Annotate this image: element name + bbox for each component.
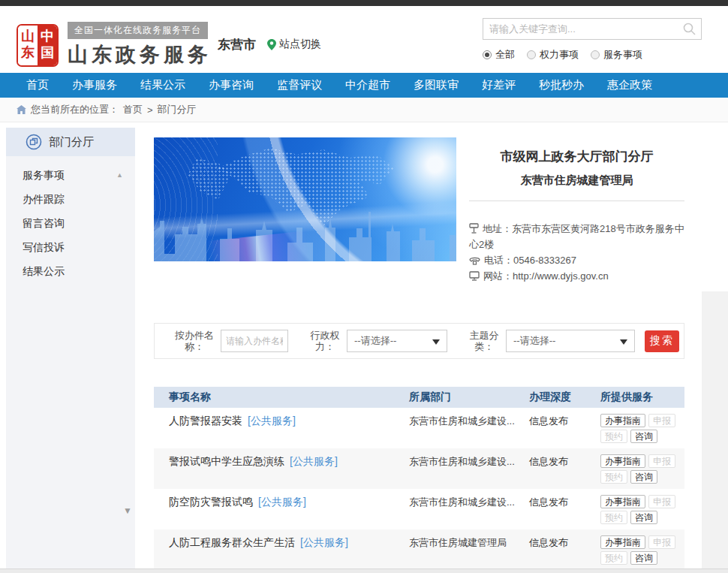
depth-cell: 信息发布 bbox=[529, 414, 600, 428]
radio-all[interactable]: 全部 bbox=[483, 48, 515, 62]
depth-cell: 信息发布 bbox=[529, 495, 600, 509]
seal-char: 中 bbox=[41, 29, 54, 45]
col-department: 所属部门 bbox=[409, 391, 529, 404]
guide-button[interactable]: 办事指南 bbox=[600, 535, 645, 549]
website-text[interactable]: 网站：http://www.dyjs.gov.cn bbox=[483, 270, 609, 282]
address-icon bbox=[469, 223, 479, 234]
item-name-label: 按办件名称： bbox=[173, 330, 216, 352]
services-cell: 办事指南申报预约咨询 bbox=[600, 535, 684, 567]
main-content: 市级网上政务大厅部门分厅 东营市住房城建管理局 地址：东营市东营区黄河路218号… bbox=[154, 137, 684, 573]
power-type-select[interactable]: --请选择-- bbox=[347, 330, 447, 352]
public-service-tag[interactable]: [公共服务] bbox=[300, 536, 348, 548]
scroll-down-icon[interactable]: ▼ bbox=[123, 505, 132, 516]
nav-home[interactable]: 首页 bbox=[26, 78, 49, 92]
sidebar-item-results[interactable]: 结果公示 bbox=[6, 259, 135, 283]
page-gutter bbox=[702, 291, 728, 568]
main-nav: 首页 办事服务 结果公示 办事咨询 监督评议 中介超市 多图联审 好差评 秒批秒… bbox=[0, 73, 728, 98]
apply-button: 申报 bbox=[648, 535, 675, 549]
sidebar-header: 部门分厅 bbox=[6, 128, 135, 156]
reserve-button: 预约 bbox=[600, 430, 627, 443]
seal-char: 山 bbox=[21, 29, 35, 45]
seal-left: 山 东 bbox=[18, 26, 38, 65]
sidebar-item-message-consult[interactable]: 留言咨询 bbox=[6, 211, 135, 235]
nav-enterprise-policy[interactable]: 惠企政策 bbox=[607, 78, 652, 92]
sidebar-title: 部门分厅 bbox=[49, 135, 94, 149]
department-name: 东营市住房城建管理局 bbox=[469, 173, 684, 188]
power-type-label: 行政权力： bbox=[308, 330, 342, 352]
item-name-input[interactable] bbox=[221, 330, 288, 352]
guide-button[interactable]: 办事指南 bbox=[600, 454, 645, 468]
item-name-cell: 人防警报器安装[公共服务] bbox=[169, 414, 409, 428]
item-name: 警报试鸣中学生应急演练 bbox=[169, 455, 284, 467]
breadcrumb-current: 部门分厅 bbox=[158, 103, 197, 116]
consult-button[interactable]: 咨询 bbox=[630, 511, 657, 524]
banner-planet-arc bbox=[154, 137, 456, 261]
nav-results[interactable]: 结果公示 bbox=[140, 78, 185, 92]
public-service-tag[interactable]: [公共服务] bbox=[290, 455, 338, 467]
breadcrumb-prefix: 您当前所在的位置： bbox=[31, 103, 119, 116]
table-body: 人防警报器安装[公共服务] 东营市住房和城乡建设... 信息发布 办事指南申报预… bbox=[154, 408, 684, 573]
nav-consult[interactable]: 办事咨询 bbox=[209, 78, 254, 92]
nav-rating[interactable]: 好差评 bbox=[482, 78, 516, 92]
topic-category-select[interactable]: --请选择-- bbox=[506, 330, 635, 352]
address-line: 地址：东营市东营区黄河路218号市政务服务中心2楼 bbox=[469, 221, 684, 252]
depth-cell: 信息发布 bbox=[529, 535, 600, 550]
divider bbox=[469, 201, 684, 201]
triangle-up-icon[interactable]: ▲ bbox=[116, 163, 123, 187]
item-name-cell: 防空防灾警报试鸣[公共服务] bbox=[169, 495, 409, 509]
keyword-search[interactable] bbox=[483, 18, 702, 40]
seal-right: 中 国 bbox=[38, 26, 57, 65]
department-cell: 东营市住房和城乡建设... bbox=[409, 454, 529, 469]
table-row[interactable]: 警报试鸣中学生应急演练[公共服务] 东营市住房和城乡建设... 信息发布 办事指… bbox=[154, 448, 684, 489]
reserve-button: 预约 bbox=[600, 511, 627, 524]
radio-label: 全部 bbox=[495, 48, 515, 62]
reserve-button: 预约 bbox=[600, 551, 627, 565]
sidebar-item-label: 服务事项 bbox=[23, 163, 65, 187]
nav-intermediary[interactable]: 中介超市 bbox=[345, 78, 390, 92]
radio-unselected-icon[interactable] bbox=[527, 50, 536, 59]
banner-image bbox=[154, 137, 456, 261]
table-row[interactable]: 人防警报器安装[公共服务] 东营市住房和城乡建设... 信息发布 办事指南申报预… bbox=[154, 408, 684, 448]
nav-instant[interactable]: 秒批秒办 bbox=[539, 78, 584, 92]
table-row[interactable]: 防空防灾警报试鸣[公共服务] 东营市住房和城乡建设... 信息发布 办事指南申报… bbox=[154, 489, 684, 529]
consult-button[interactable]: 咨询 bbox=[630, 551, 657, 565]
table-row[interactable]: 人防工程服务群众生产生活[公共服务] 东营市住房城建管理局 信息发布 办事指南申… bbox=[154, 529, 684, 570]
search-button[interactable]: 搜索 bbox=[645, 330, 679, 352]
guide-button[interactable]: 办事指南 bbox=[600, 495, 645, 508]
services-cell: 办事指南申报预约咨询 bbox=[600, 414, 684, 445]
radio-unselected-icon[interactable] bbox=[591, 50, 600, 59]
radio-service-items[interactable]: 服务事项 bbox=[591, 48, 642, 62]
sidebar-item-case-tracking[interactable]: 办件跟踪 bbox=[6, 187, 135, 211]
site-logo[interactable]: 山 东 中 国 全国一体化在线政务服务平台 山东政务服务 bbox=[17, 22, 212, 68]
consult-button[interactable]: 咨询 bbox=[630, 430, 657, 443]
nav-services[interactable]: 办事服务 bbox=[72, 78, 117, 92]
item-name-cell: 人防工程服务群众生产生活[公共服务] bbox=[169, 535, 409, 550]
shandong-seal-logo: 山 东 中 国 bbox=[17, 24, 59, 67]
sidebar-item-complaint[interactable]: 写信投诉 bbox=[6, 235, 135, 259]
col-item-name: 事项名称 bbox=[169, 391, 409, 404]
breadcrumb-home[interactable]: 首页 bbox=[123, 103, 143, 116]
site-header: 山 东 中 国 全国一体化在线政务服务平台 山东政务服务 东营市 站点切换 bbox=[0, 6, 728, 73]
department-cell: 东营市住房和城乡建设... bbox=[409, 414, 529, 428]
nav-supervision[interactable]: 监督评议 bbox=[277, 78, 322, 92]
phone-text: 电话：0546-8333267 bbox=[484, 255, 576, 266]
site-switch-link[interactable]: 站点切换 bbox=[267, 38, 321, 51]
services-cell: 办事指南申报预约咨询 bbox=[600, 454, 684, 486]
public-service-tag[interactable]: [公共服务] bbox=[248, 415, 296, 427]
chevron-down-icon bbox=[432, 339, 440, 345]
radio-power-items[interactable]: 权力事项 bbox=[527, 48, 579, 62]
consult-button[interactable]: 咨询 bbox=[630, 470, 657, 484]
sidebar-item-service-items[interactable]: 服务事项 ▲ bbox=[6, 163, 135, 187]
radio-selected-icon[interactable] bbox=[483, 50, 492, 59]
seal-char: 东 bbox=[21, 45, 35, 62]
guide-button[interactable]: 办事指南 bbox=[600, 414, 645, 427]
keyword-search-input[interactable] bbox=[483, 23, 683, 35]
nav-multi-review[interactable]: 多图联审 bbox=[414, 78, 459, 92]
platform-badge: 全国一体化在线政务服务平台 bbox=[68, 22, 208, 39]
public-service-tag[interactable]: [公共服务] bbox=[258, 496, 306, 508]
website-icon bbox=[469, 271, 480, 281]
sidebar-item-label: 留言咨询 bbox=[23, 211, 65, 235]
radio-label: 权力事项 bbox=[540, 48, 579, 62]
address-text: 地址：东营市东营区黄河路218号市政务服务中心2楼 bbox=[469, 223, 684, 250]
search-icon[interactable] bbox=[683, 23, 696, 35]
